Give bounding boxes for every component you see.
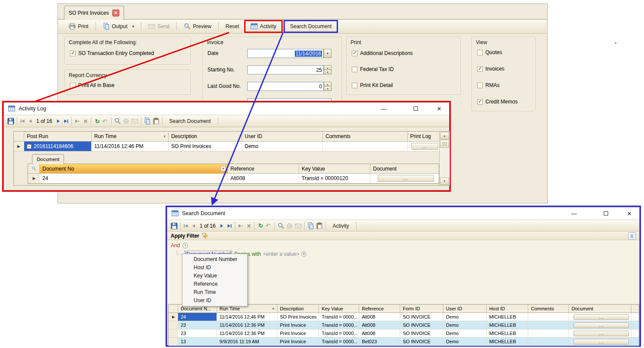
cell-reference[interactable]: Bet023 xyxy=(359,338,400,346)
refresh-icon[interactable]: ↻ xyxy=(257,223,265,229)
date-field[interactable]: 11/14/2016 xyxy=(247,49,324,58)
detail-tab-document[interactable]: Document xyxy=(32,154,64,164)
go-to-icon[interactable] xyxy=(124,119,129,124)
col-post-run[interactable]: Post Run xyxy=(24,132,92,142)
scroll-up-icon[interactable]: ▲ xyxy=(440,132,449,139)
last-good-no-spinner[interactable]: ▲▼ xyxy=(324,82,332,91)
activity-button[interactable]: Activity xyxy=(246,21,281,32)
table-row[interactable]: ▶ − 20161114184606 11/14/2016 12:46 PM S… xyxy=(14,142,450,151)
cell-reference[interactable]: Alt008 xyxy=(228,174,299,184)
cell-comments[interactable] xyxy=(528,321,569,329)
cell-description[interactable]: Print Invoice xyxy=(277,338,319,346)
date-dropdown-button[interactable]: ▾ xyxy=(324,49,332,58)
tab-close-icon[interactable]: ✕ xyxy=(112,10,119,16)
document-ellipsis-button[interactable]: ... xyxy=(378,175,434,182)
table-row[interactable]: ▶ 24 Alt008 TransId = 00000120 ... xyxy=(28,174,439,184)
col-comments[interactable]: Comments xyxy=(528,305,569,313)
undo-icon[interactable]: ↶ xyxy=(101,119,108,124)
print-log-ellipsis-button[interactable]: ... xyxy=(411,143,438,150)
col-key-value[interactable]: Key Value xyxy=(319,305,359,313)
col-run-time[interactable]: Run Time▾ xyxy=(92,132,169,142)
cell-run-time[interactable]: 11/14/2016 12:36 PM xyxy=(217,329,277,338)
scroll-down-icon[interactable]: ▼ xyxy=(440,177,449,185)
cell-comments[interactable] xyxy=(323,142,408,151)
cell-comments[interactable] xyxy=(528,338,569,346)
cell-key-value[interactable]: TransId = 00000120 xyxy=(299,174,370,184)
output-button[interactable]: Output ▾ xyxy=(99,21,139,32)
print-all-in-base-checkbox[interactable] xyxy=(70,83,76,88)
delete-record-icon[interactable] xyxy=(246,223,252,229)
cell-host-id[interactable]: MICHELLEB xyxy=(487,338,529,346)
maximize-icon[interactable] xyxy=(409,106,422,112)
cell-run-time[interactable]: 11/14/2016 12:46 PM xyxy=(217,313,277,321)
document-ellipsis-button[interactable]: ... xyxy=(574,339,629,345)
paste-icon[interactable] xyxy=(153,118,159,125)
cell-reference[interactable]: Alt008 xyxy=(359,321,400,329)
cell-form-id[interactable]: SO INVOICE xyxy=(400,338,443,346)
col-document[interactable]: Document xyxy=(569,305,631,313)
cell-description[interactable]: Print Invoice xyxy=(277,321,319,329)
last-record-icon[interactable] xyxy=(64,119,69,124)
cell-form-id[interactable]: SO INVOICE xyxy=(400,321,443,329)
minimize-icon[interactable]: — xyxy=(567,210,580,217)
cell-host-id[interactable]: MICHELLEB xyxy=(487,321,529,329)
next-record-icon[interactable] xyxy=(219,223,224,229)
email-icon[interactable] xyxy=(295,222,302,229)
col-user-id[interactable]: User ID xyxy=(443,305,487,313)
cell-document-no[interactable]: 23 xyxy=(178,321,217,329)
cell-user-id[interactable]: Demo xyxy=(242,142,323,151)
cell-user-id[interactable]: Demo xyxy=(443,313,487,321)
cell-document-no[interactable]: 13 xyxy=(178,338,217,346)
cell-form-id[interactable]: SO INVOICE xyxy=(400,313,443,321)
print-preview-icon[interactable] xyxy=(114,118,121,125)
minimize-icon[interactable]: — xyxy=(377,106,390,112)
save-icon[interactable] xyxy=(7,118,14,125)
col-comments[interactable]: Comments xyxy=(323,132,408,142)
starting-no-field[interactable]: 25 xyxy=(247,65,324,74)
additional-descriptions-checkbox[interactable] xyxy=(352,51,357,56)
copy-icon[interactable] xyxy=(307,222,314,229)
save-icon[interactable] xyxy=(171,222,178,229)
next-record-icon[interactable] xyxy=(56,119,61,124)
column-filter-icon[interactable]: ▼ xyxy=(220,166,226,171)
first-record-icon[interactable] xyxy=(20,119,25,124)
preview-button[interactable]: Preview xyxy=(179,21,216,32)
spin-up-icon[interactable]: ▲ xyxy=(324,65,332,70)
cell-user-id[interactable]: Demo xyxy=(443,329,487,338)
output-dropdown-icon[interactable]: ▾ xyxy=(132,24,134,29)
cell-form-id[interactable]: SO INVOICE xyxy=(400,329,443,338)
rmas-checkbox[interactable] xyxy=(477,83,483,88)
cell-comments[interactable] xyxy=(528,329,569,338)
cell-user-id[interactable]: Demo xyxy=(443,321,487,329)
reset-button[interactable]: Reset xyxy=(221,21,243,32)
refresh-icon[interactable]: ↻ xyxy=(94,119,101,124)
cell-key-value[interactable]: TransId = 0000... xyxy=(319,338,359,346)
cell-run-time[interactable]: 11/14/2016 12:36 PM xyxy=(217,321,277,329)
last-good-no-field[interactable]: 0 xyxy=(247,82,324,91)
menu-item-host-id[interactable]: Host ID xyxy=(182,264,247,272)
credit-memos-checkbox[interactable] xyxy=(477,99,483,105)
spin-up-icon[interactable]: ▲ xyxy=(324,82,332,87)
cell-document-no[interactable]: 24 xyxy=(178,313,217,321)
go-to-icon[interactable] xyxy=(287,223,292,229)
spin-down-icon[interactable]: ▼ xyxy=(324,87,332,91)
col-user-id[interactable]: User ID xyxy=(242,132,323,142)
email-icon[interactable] xyxy=(131,118,138,125)
col-description[interactable]: Description xyxy=(169,132,242,142)
so-transaction-entry-completed-checkbox[interactable] xyxy=(70,51,76,56)
tab-so-print-invoices[interactable]: SO Print Invoices ✕ xyxy=(64,6,124,20)
detail-col-document[interactable]: Document xyxy=(370,164,439,174)
detail-col-reference[interactable]: Reference xyxy=(228,164,299,174)
cell-document-no[interactable]: 24 xyxy=(40,174,228,184)
cell-host-id[interactable]: MICHELLEB xyxy=(487,313,529,321)
last-record-icon[interactable] xyxy=(227,223,232,229)
maximize-icon[interactable] xyxy=(599,210,612,217)
undo-icon[interactable]: ↶ xyxy=(265,223,272,229)
starting-no-spinner[interactable]: ▲▼ xyxy=(324,65,332,74)
col-form-id[interactable]: Form ID xyxy=(400,305,443,313)
col-print-log[interactable]: Print Log xyxy=(408,132,440,142)
filter-group-operator[interactable]: And xyxy=(171,242,180,248)
col-description[interactable]: Description xyxy=(277,305,319,313)
cell-key-value[interactable]: TransId = 0000... xyxy=(319,329,359,338)
detail-col-document-no[interactable]: Document No ▼ xyxy=(40,164,228,174)
